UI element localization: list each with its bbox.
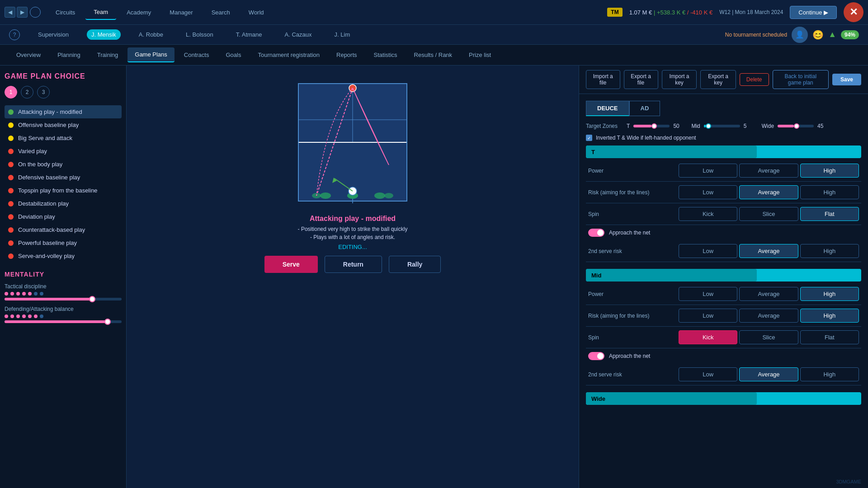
- close-button[interactable]: ✕: [844, 2, 863, 22]
- export-file-button[interactable]: Export a file: [624, 70, 658, 89]
- mid-risk-high[interactable]: High: [800, 309, 859, 323]
- play-deviation[interactable]: Deviation play: [5, 210, 122, 223]
- play-offensive-baseline[interactable]: Offensive baseline play: [5, 118, 122, 131]
- zone-mid-slider[interactable]: [704, 125, 740, 127]
- t-risk-average[interactable]: Average: [739, 185, 798, 199]
- mid-second-serve-average[interactable]: Average: [739, 367, 798, 381]
- mid-spin-slice[interactable]: Slice: [739, 330, 798, 344]
- t-second-serve-low[interactable]: Low: [679, 244, 737, 258]
- ad-tab[interactable]: AD: [629, 101, 660, 116]
- import-file-button[interactable]: Import a file: [586, 70, 620, 89]
- zone-t-slider[interactable]: [633, 125, 670, 127]
- t-risk-high[interactable]: High: [800, 185, 859, 199]
- nav-back[interactable]: ◀: [5, 7, 15, 18]
- continue-button[interactable]: Continue ▶: [790, 6, 837, 19]
- dot-red-6: [8, 214, 14, 220]
- player-lim[interactable]: J. Lim: [330, 29, 355, 40]
- nav-circuits[interactable]: Circuits: [47, 5, 83, 19]
- tab-prize-list[interactable]: Prize list: [462, 48, 498, 62]
- section-bar-mid: Mid: [586, 269, 861, 282]
- serve-button[interactable]: Serve: [264, 256, 318, 273]
- tab-tournament-registration[interactable]: Tournament registration: [250, 48, 327, 62]
- mid-approach-toggle[interactable]: [588, 352, 604, 360]
- t-approach-toggle[interactable]: [588, 229, 604, 237]
- t-spin-flat[interactable]: Flat: [800, 207, 859, 221]
- mid-risk-average[interactable]: Average: [739, 309, 798, 323]
- delete-button[interactable]: Delete: [740, 73, 769, 86]
- mid-power-low[interactable]: Low: [679, 287, 737, 301]
- plan-num-1[interactable]: 1: [5, 86, 17, 99]
- zone-mid-group: Mid 5: [691, 123, 752, 129]
- t-risk-low[interactable]: Low: [679, 185, 737, 199]
- play-attacking-modified[interactable]: Attacking play - modified: [5, 105, 122, 118]
- mid-power-high[interactable]: High: [800, 287, 859, 301]
- player-help-icon[interactable]: ?: [9, 29, 20, 40]
- plan-num-3[interactable]: 3: [37, 86, 50, 99]
- tab-gameplans[interactable]: Game Plans: [127, 47, 175, 62]
- mid-second-serve-low[interactable]: Low: [679, 367, 737, 381]
- dot-yellow: [8, 122, 14, 128]
- export-key-button[interactable]: Export a key: [700, 70, 736, 89]
- play-counterattack[interactable]: Counterattack-based play: [5, 223, 122, 236]
- play-powerful-baseline[interactable]: Powerful baseline play: [5, 236, 122, 249]
- play-serve-and-volley[interactable]: Serve-and-volley play: [5, 249, 122, 263]
- tab-reports[interactable]: Reports: [329, 48, 364, 62]
- player-mensik[interactable]: J. Mensik: [87, 29, 121, 40]
- zone-wide-slider[interactable]: [778, 125, 814, 127]
- nav-academy[interactable]: Academy: [118, 5, 159, 19]
- court-container: [280, 75, 425, 210]
- player-cazaux[interactable]: A. Cazaux: [280, 29, 316, 40]
- tab-contracts[interactable]: Contracts: [177, 48, 217, 62]
- player-robbe[interactable]: A. Robbe: [134, 29, 168, 40]
- player-atmane[interactable]: T. Atmane: [231, 29, 267, 40]
- t-second-serve-average[interactable]: Average: [739, 244, 798, 258]
- trend-icon: ▲: [828, 30, 836, 39]
- t-power-high[interactable]: High: [800, 164, 859, 178]
- mid-spin-kick[interactable]: Kick: [679, 330, 737, 344]
- help-icon[interactable]: [30, 7, 41, 18]
- deuce-tab[interactable]: DEUCE: [586, 101, 629, 116]
- play-big-serve[interactable]: Big Serve and attack: [5, 131, 122, 145]
- t-second-serve-high[interactable]: High: [800, 244, 859, 258]
- mid-spin-flat[interactable]: Flat: [800, 330, 859, 344]
- t-power-low[interactable]: Low: [679, 164, 737, 178]
- play-topspin[interactable]: Topspin play from the baseline: [5, 184, 122, 197]
- tab-overview[interactable]: Overview: [9, 48, 48, 62]
- player-bolsson[interactable]: L. Bolsson: [181, 29, 218, 40]
- mid-power-average[interactable]: Average: [739, 287, 798, 301]
- right-content: DEUCE AD Target Zones T 50 Mid: [579, 94, 868, 488]
- nav-manager[interactable]: Manager: [161, 5, 201, 19]
- play-on-body[interactable]: On the body play: [5, 158, 122, 171]
- supervision-item[interactable]: Supervision: [33, 29, 73, 40]
- inverted-checkbox[interactable]: ✓: [586, 135, 592, 141]
- dot-green: [8, 109, 14, 115]
- plan-num-2[interactable]: 2: [21, 86, 33, 99]
- nav-forward[interactable]: ▶: [17, 7, 28, 18]
- tab-results-rank[interactable]: Results / Rank: [407, 48, 460, 62]
- rally-button[interactable]: Rally: [389, 256, 441, 273]
- tab-training[interactable]: Training: [90, 48, 125, 62]
- play-defensive-baseline[interactable]: Defensive baseline play: [5, 171, 122, 184]
- import-key-button[interactable]: Import a key: [662, 70, 697, 89]
- tactical-discipline-slider[interactable]: [5, 298, 122, 300]
- play-destabilization[interactable]: Destabilization play: [5, 197, 122, 210]
- return-button[interactable]: Return: [325, 256, 382, 273]
- mid-risk-low[interactable]: Low: [679, 309, 737, 323]
- t-spin-slice[interactable]: Slice: [739, 207, 798, 221]
- tab-planning[interactable]: Planning: [50, 48, 88, 62]
- tab-goals[interactable]: Goals: [218, 48, 248, 62]
- plan-numbers: 1 2 3: [5, 86, 122, 99]
- play-varied[interactable]: Varied play: [5, 145, 122, 158]
- nav-search[interactable]: Search: [203, 5, 238, 19]
- nav-team[interactable]: Team: [85, 5, 116, 20]
- inverted-checkbox-row: ✓ Inverted T & Wide if left-handed oppon…: [586, 135, 861, 141]
- defending-attacking-slider[interactable]: [5, 320, 122, 323]
- target-zones-label: Target Zones: [586, 123, 618, 129]
- back-to-initial-button[interactable]: Back to initial game plan: [773, 70, 829, 89]
- save-button[interactable]: Save: [832, 74, 861, 85]
- t-power-average[interactable]: Average: [739, 164, 798, 178]
- mid-second-serve-high[interactable]: High: [800, 367, 859, 381]
- nav-world[interactable]: World: [241, 5, 272, 19]
- t-spin-kick[interactable]: Kick: [679, 207, 737, 221]
- tab-statistics[interactable]: Statistics: [367, 48, 405, 62]
